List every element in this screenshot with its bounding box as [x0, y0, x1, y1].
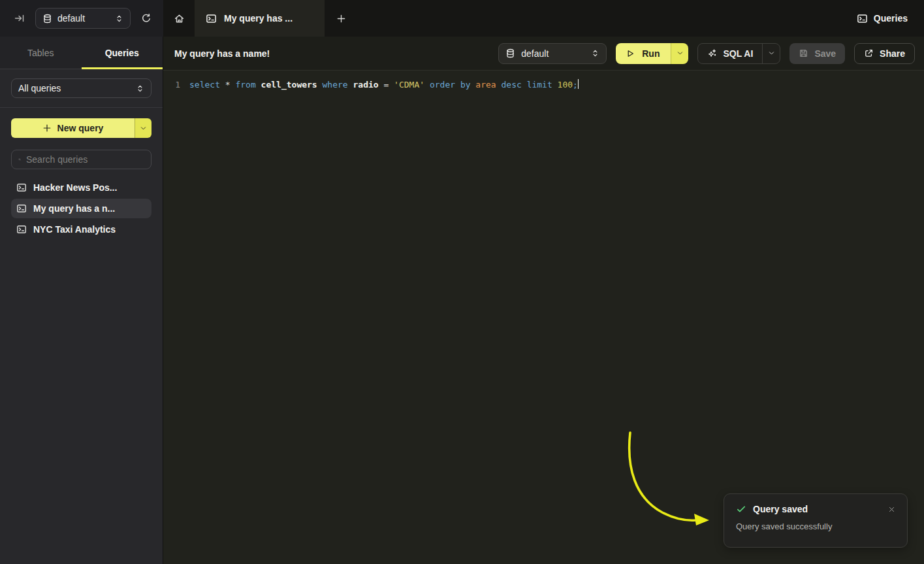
code-token	[522, 80, 527, 90]
run-button-main[interactable]: Run	[616, 43, 671, 64]
sql-editor[interactable]: 1 select * from cell_towers where radio …	[163, 71, 924, 564]
new-query-button[interactable]: New query	[11, 118, 151, 138]
editor-toolbar: default Run SQL AI	[498, 43, 915, 64]
sidebar-divider	[0, 107, 163, 108]
code-token: ;	[573, 80, 578, 90]
sidebar-tab-queries[interactable]: Queries	[82, 37, 163, 69]
code-token: select	[189, 80, 220, 90]
code-token: by	[460, 80, 471, 90]
home-button[interactable]	[163, 0, 195, 37]
code-token	[552, 80, 558, 90]
query-item-label: Hacker News Pos...	[33, 182, 117, 193]
chevron-down-icon	[140, 125, 147, 132]
query-filter-dropdown[interactable]: All queries	[11, 78, 151, 98]
query-filter-value: All queries	[18, 83, 136, 93]
sidebar-tab-queries-label: Queries	[105, 48, 139, 58]
query-list: Hacker News Pos... My query has a n... N…	[11, 178, 151, 239]
database-icon	[42, 14, 52, 24]
tab-label: My query has ...	[224, 13, 293, 24]
queries-indicator[interactable]: Queries	[857, 0, 924, 37]
sql-ai-label: SQL AI	[723, 48, 753, 59]
code-token	[220, 80, 225, 90]
code-token: radio	[353, 80, 378, 90]
share-button-label: Share	[880, 48, 905, 59]
sidebar-body: All queries New query Hack	[0, 69, 163, 239]
code-token: 100	[558, 80, 573, 90]
code-line-tokens: select * from cell_towers where radio = …	[189, 78, 579, 91]
text-cursor	[578, 79, 579, 89]
query-icon	[16, 182, 27, 193]
save-icon	[799, 48, 808, 58]
query-icon	[857, 13, 868, 24]
sidebar-tab-tables[interactable]: Tables	[0, 37, 82, 69]
query-list-item-selected[interactable]: My query has a n...	[11, 199, 151, 218]
app: { "topbar": { "database_selector": { "va…	[0, 0, 924, 564]
search-queries-input[interactable]	[26, 154, 144, 165]
sql-ai-button[interactable]: SQL AI	[697, 43, 780, 64]
code-token: area	[475, 80, 496, 90]
sidebar: Tables Queries All queries New query	[0, 37, 163, 564]
workspace-database-selector[interactable]: default	[35, 8, 131, 29]
query-list-item[interactable]: NYC Taxi Analytics	[11, 220, 151, 239]
run-options-dropdown[interactable]	[671, 43, 688, 64]
collapse-sidebar-button[interactable]	[10, 9, 29, 27]
close-icon	[888, 506, 895, 513]
editor-header: My query has a name! default Run	[163, 37, 924, 71]
workspace-database-value: default	[57, 13, 110, 24]
toast-title: Query saved	[753, 504, 808, 514]
plus-icon	[42, 124, 52, 133]
toast-message: Query saved successfully	[736, 522, 895, 531]
query-list-item[interactable]: Hacker News Pos...	[11, 178, 151, 197]
tab-strip: My query has ...	[163, 0, 357, 37]
run-button-label: Run	[642, 48, 660, 59]
toast-close-button[interactable]	[888, 506, 895, 513]
save-button-label: Save	[814, 48, 836, 59]
share-icon	[864, 48, 874, 58]
search-queries-box	[11, 150, 151, 169]
chevron-down-icon	[768, 50, 775, 57]
code-token	[256, 80, 261, 90]
code-token	[317, 80, 323, 90]
code-token	[424, 80, 430, 90]
updown-chevron-icon	[136, 84, 144, 93]
code-token	[389, 80, 394, 90]
main-panel: My query has a name! default Run	[163, 37, 924, 564]
check-icon	[736, 504, 746, 514]
home-icon	[174, 13, 185, 24]
page-title: My query has a name!	[174, 48, 270, 59]
code-token	[455, 80, 460, 90]
content-row: Tables Queries All queries New query	[0, 37, 924, 564]
new-tab-button[interactable]	[325, 0, 357, 37]
code-token: cell_towers	[261, 80, 317, 90]
code-token: limit	[527, 80, 552, 90]
code-token	[496, 80, 502, 90]
queries-indicator-label: Queries	[874, 13, 908, 24]
plus-icon	[336, 14, 346, 24]
updown-chevron-icon	[115, 14, 123, 23]
new-query-label: New query	[57, 123, 104, 133]
new-query-dropdown[interactable]	[135, 118, 151, 138]
toast-query-saved: Query saved Query saved successfully	[724, 493, 908, 548]
refresh-button[interactable]	[137, 9, 155, 27]
code-line: 1 select * from cell_towers where radio …	[163, 78, 924, 91]
new-query-main[interactable]: New query	[11, 118, 135, 138]
code-token: desc	[502, 80, 522, 90]
tab-my-query[interactable]: My query has ...	[195, 0, 325, 37]
sql-ai-dropdown[interactable]	[762, 44, 780, 63]
sidebar-tab-tables-label: Tables	[27, 48, 54, 58]
toast-header: Query saved	[736, 504, 895, 514]
query-icon	[16, 203, 27, 214]
code-token: order	[430, 80, 455, 90]
query-item-label: NYC Taxi Analytics	[33, 224, 116, 235]
query-icon	[206, 13, 217, 24]
collapse-sidebar-icon	[14, 13, 25, 24]
share-button[interactable]: Share	[854, 43, 915, 64]
database-icon	[505, 48, 515, 58]
save-button[interactable]: Save	[789, 43, 845, 64]
editor-database-selector[interactable]: default	[498, 43, 607, 64]
run-button[interactable]: Run	[616, 43, 688, 64]
refresh-icon	[141, 13, 151, 24]
code-token: from	[235, 80, 255, 90]
sparkles-icon	[707, 48, 717, 58]
sql-ai-main[interactable]: SQL AI	[698, 44, 762, 63]
